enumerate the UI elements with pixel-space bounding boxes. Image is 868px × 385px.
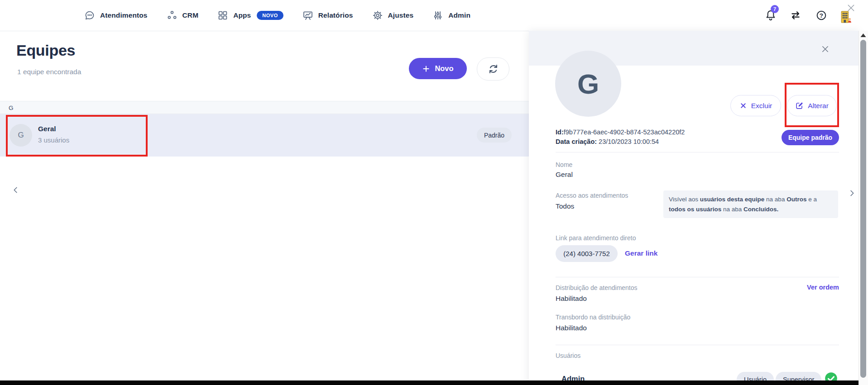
- team-id-line: Id:f9b777ea-6aec-4902-b874-523ac04220f2: [556, 128, 685, 136]
- team-detail-avatar: G: [555, 51, 621, 117]
- nav-label: Admin: [448, 11, 470, 19]
- refresh-icon: [488, 63, 499, 75]
- access-field-label: Acesso aos atendimentos: [556, 192, 628, 199]
- help-icon[interactable]: ?: [815, 10, 827, 21]
- team-avatar: G: [10, 124, 32, 147]
- svg-text:?: ?: [820, 12, 823, 19]
- grid-icon: [217, 10, 228, 21]
- team-id-label: Id:: [556, 128, 564, 136]
- team-name: Geral: [38, 125, 56, 133]
- team-row-geral[interactable]: G Geral 3 usuários Padrão: [0, 114, 529, 157]
- novo-badge: NOVO: [257, 11, 283, 20]
- distribution-label: Distribuição de atendimentos: [556, 284, 638, 291]
- delete-team-button[interactable]: Excluir: [730, 95, 781, 116]
- bottom-window-edge: [0, 380, 858, 385]
- notification-count-badge: 7: [771, 5, 779, 13]
- gear-icon: [372, 10, 383, 21]
- created-value: 23/10/2023 10:00:54: [599, 138, 659, 145]
- team-members-count: 3 usuários: [38, 136, 69, 144]
- distribution-value: Habilitado: [556, 295, 587, 303]
- created-label: Data criação:: [556, 138, 597, 145]
- nav-item-crm[interactable]: CRM: [167, 10, 199, 21]
- chevron-right-icon[interactable]: [847, 187, 857, 200]
- close-icon[interactable]: [820, 44, 830, 54]
- generate-link[interactable]: Gerar link: [625, 249, 657, 257]
- plus-icon: [422, 65, 430, 73]
- edit-pencil-icon: [795, 101, 804, 110]
- presentation-chart-icon: [302, 10, 313, 21]
- main-nav: Atendimentos CRM Apps NOVO: [84, 0, 470, 31]
- nav-item-ajustes[interactable]: Ajustes: [372, 10, 414, 21]
- overflow-value: Habilitado: [556, 324, 587, 332]
- users-section-label: Usuários: [556, 352, 580, 359]
- new-team-button-label: Novo: [435, 64, 453, 73]
- app-window: Atendimentos CRM Apps NOVO: [0, 0, 868, 385]
- chat-bubble-icon: [84, 10, 95, 21]
- view-order-link[interactable]: Ver ordem: [807, 284, 839, 291]
- list-group-header: G: [0, 101, 529, 114]
- nav-label: Relatórios: [318, 11, 353, 19]
- name-field-value: Geral: [556, 171, 573, 179]
- access-note: Visível aos usuários desta equipe na aba…: [663, 190, 838, 218]
- org-nodes-icon: [167, 10, 177, 21]
- phone-chip: (24) 4003-7752: [556, 245, 618, 262]
- refresh-button[interactable]: [477, 57, 509, 81]
- default-team-badge: Equipe padrão: [782, 130, 839, 145]
- nav-item-atendimentos[interactable]: Atendimentos: [84, 10, 148, 21]
- name-field-label: Nome: [556, 161, 572, 168]
- team-detail-panel: G Excluir Alterar Id:f9b777ea-6aec-4902-…: [529, 31, 858, 385]
- overflow-label: Transbordo na distribuição: [556, 314, 630, 321]
- scrollbar-thumb[interactable]: [860, 40, 866, 378]
- nav-item-admin[interactable]: Admin: [432, 10, 470, 21]
- nav-label: Apps: [233, 11, 251, 19]
- edit-button-label: Alterar: [808, 102, 829, 110]
- default-team-row-badge: Padrão: [477, 128, 512, 143]
- direct-link-label: Link para atendimento direto: [556, 234, 636, 242]
- access-field-value: Todos: [556, 202, 574, 210]
- nav-label: CRM: [182, 11, 199, 19]
- notifications-bell-icon[interactable]: 7: [764, 9, 777, 21]
- divider: [556, 277, 839, 277]
- page-subtitle: 1 equipe encontrada: [17, 68, 81, 76]
- divider: [556, 152, 839, 152]
- nav-item-relatorios[interactable]: Relatórios: [302, 10, 353, 21]
- nav-label: Ajustes: [388, 11, 414, 19]
- new-team-button[interactable]: Novo: [409, 58, 467, 79]
- chevron-left-icon[interactable]: [11, 184, 21, 196]
- corner-close-icon[interactable]: [846, 3, 856, 13]
- nav-item-apps[interactable]: Apps NOVO: [217, 10, 283, 21]
- team-id-value: f9b777ea-6aec-4902-b874-523ac04220f2: [564, 128, 685, 136]
- sliders-icon: [432, 10, 443, 21]
- team-created-line: Data criação: 23/10/2023 10:00:54: [556, 138, 659, 145]
- delete-button-label: Excluir: [751, 102, 772, 110]
- divider: [556, 345, 839, 345]
- page-title: Equipes: [16, 42, 75, 59]
- edit-team-button[interactable]: Alterar: [787, 95, 837, 116]
- x-icon: [739, 102, 747, 109]
- nav-label: Atendimentos: [100, 11, 148, 19]
- transfer-arrows-icon[interactable]: [790, 10, 801, 21]
- scrollbar-up-arrow[interactable]: [860, 32, 867, 38]
